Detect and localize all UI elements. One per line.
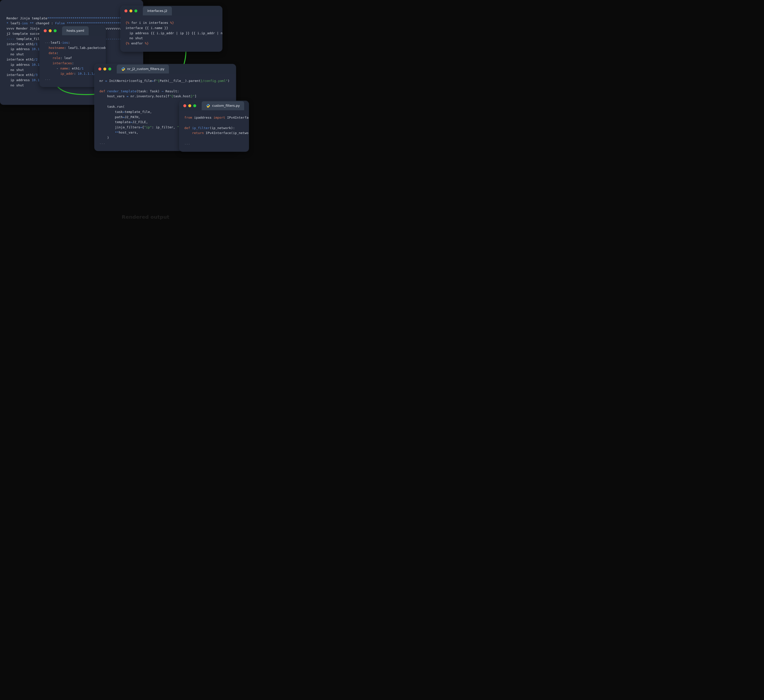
python-icon	[121, 67, 125, 71]
tab-nr-py[interactable]: nr_j2_custom_filters.py	[117, 64, 169, 74]
zoom-icon[interactable]	[193, 104, 196, 107]
traffic-lights	[44, 29, 56, 32]
close-icon[interactable]	[99, 67, 101, 70]
python-icon	[206, 104, 210, 108]
tab-label: interfaces.j2	[147, 9, 168, 12]
tab-label: nr_j2_custom_filters.py	[127, 67, 164, 72]
traffic-lights	[99, 67, 111, 70]
code-block-interfaces: {% for i in interfaces %} interface {{ i…	[121, 16, 222, 52]
minimize-icon[interactable]	[103, 67, 106, 70]
titlebar: hosts.yaml	[40, 26, 106, 36]
tab-hosts-yaml[interactable]: hosts.yaml	[62, 26, 89, 36]
zoom-icon[interactable]	[54, 29, 56, 32]
close-icon[interactable]	[44, 29, 47, 32]
tab-label: hosts.yaml	[67, 29, 84, 33]
traffic-lights	[124, 9, 137, 12]
tab-label: custom_filters.py	[212, 103, 240, 108]
close-icon[interactable]	[183, 104, 186, 107]
tab-interfaces-j2[interactable]: interfaces.j2	[143, 6, 172, 16]
tab-custom-filters-py[interactable]: custom_filters.py	[202, 101, 244, 111]
window-interfaces-j2: interfaces.j2 {% for i in interfaces %} …	[121, 6, 222, 52]
titlebar: nr_j2_custom_filters.py	[94, 64, 236, 74]
window-custom-filters: custom_filters.py from ipaddress import …	[179, 101, 249, 152]
titlebar: interfaces.j2	[121, 6, 222, 16]
zoom-icon[interactable]	[108, 67, 111, 70]
titlebar: custom_filters.py	[179, 101, 249, 111]
zoom-icon[interactable]	[135, 9, 137, 12]
minimize-icon[interactable]	[49, 29, 52, 32]
caption-rendered-output: Rendered output	[122, 213, 169, 221]
close-icon[interactable]	[124, 9, 127, 12]
traffic-lights	[183, 104, 196, 107]
minimize-icon[interactable]	[129, 9, 132, 12]
diagram-canvas: hosts.yaml ---leaf1-ios: hostname: leaf1…	[0, 0, 287, 263]
code-block-custom-filters: from ipaddress import IPv4Interface def …	[179, 111, 249, 152]
minimize-icon[interactable]	[188, 104, 191, 107]
